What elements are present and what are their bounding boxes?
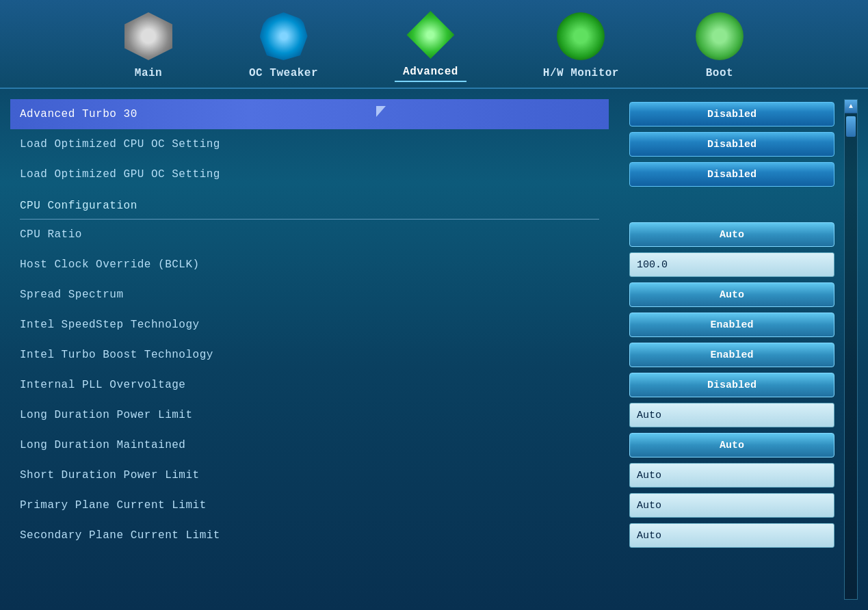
- value-row-short-power: Auto: [616, 460, 834, 490]
- value-btn-internal-pll[interactable]: Disabled: [629, 373, 834, 397]
- setting-name-cpu-config: CPU Configuration: [20, 200, 599, 212]
- setting-row-load-gpu[interactable]: Load Optimized GPU OC Setting: [10, 159, 609, 189]
- value-input-host-clock[interactable]: 100.0: [629, 252, 834, 277]
- hw-monitor-icon: [557, 12, 605, 60]
- setting-name-load-cpu: Load Optimized CPU OC Setting: [20, 138, 599, 150]
- value-btn-advanced-turbo-30[interactable]: Disabled: [629, 102, 834, 127]
- setting-name-internal-pll: Internal PLL Overvoltage: [20, 379, 599, 391]
- setting-name-load-gpu: Load Optimized GPU OC Setting: [20, 168, 599, 181]
- value-btn-spread-spectrum[interactable]: Auto: [629, 282, 834, 307]
- value-row-1: Disabled: [616, 129, 834, 159]
- value-row-host-clock: 100.0: [616, 250, 834, 280]
- setting-row-long-power[interactable]: Long Duration Power Limit: [10, 400, 609, 430]
- value-row-2: Disabled: [616, 159, 834, 189]
- value-btn-intel-turbo-boost[interactable]: Enabled: [629, 343, 834, 367]
- value-input-secondary-plane[interactable]: Auto: [629, 523, 834, 548]
- advanced-icon: [406, 11, 454, 59]
- oc-tweaker-icon: [260, 12, 308, 60]
- setting-name-primary-plane: Primary Plane Current Limit: [20, 499, 599, 512]
- value-row-cpu-ratio: Auto: [616, 220, 834, 250]
- value-btn-load-cpu[interactable]: Disabled: [629, 132, 834, 157]
- setting-row-cpu-config: CPU Configuration: [10, 189, 609, 220]
- value-row-intel-turbo-boost: Enabled: [616, 340, 834, 370]
- value-row-0: Disabled: [616, 99, 834, 129]
- setting-name-advanced-turbo-30: Advanced Turbo 30: [20, 108, 599, 120]
- setting-row-long-maintained[interactable]: Long Duration Maintained: [10, 430, 609, 460]
- setting-row-intel-turbo-boost[interactable]: Intel Turbo Boost Technology: [10, 340, 609, 370]
- setting-name-secondary-plane: Secondary Plane Current Limit: [20, 529, 599, 542]
- value-row-secondary-plane: Auto: [616, 520, 834, 551]
- value-row-long-maintained: Auto: [616, 430, 834, 460]
- top-navigation: Main OC Tweaker Advanced H/W Monitor Boo…: [0, 0, 868, 89]
- value-btn-load-gpu[interactable]: Disabled: [629, 162, 834, 187]
- value-input-long-power[interactable]: Auto: [629, 403, 834, 427]
- setting-row-secondary-plane[interactable]: Secondary Plane Current Limit: [10, 520, 609, 551]
- nav-item-oc-tweaker[interactable]: OC Tweaker: [227, 7, 340, 88]
- setting-row-host-clock[interactable]: Host Clock Override (BCLK): [10, 250, 609, 280]
- setting-row-short-power[interactable]: Short Duration Power Limit: [10, 460, 609, 490]
- value-btn-intel-speedstep[interactable]: Enabled: [629, 313, 834, 337]
- scrollbar-thumb[interactable]: [846, 116, 856, 137]
- value-btn-long-maintained[interactable]: Auto: [629, 433, 834, 458]
- setting-name-short-power: Short Duration Power Limit: [20, 469, 599, 481]
- value-btn-cpu-ratio[interactable]: Auto: [629, 222, 834, 247]
- nav-label-hw-monitor: H/W Monitor: [535, 64, 627, 82]
- scrollbar-up-button[interactable]: ▲: [845, 100, 857, 114]
- setting-row-intel-speedstep[interactable]: Intel SpeedStep Technology: [10, 310, 609, 340]
- setting-name-cpu-ratio: CPU Ratio: [20, 228, 599, 241]
- value-input-primary-plane[interactable]: Auto: [629, 493, 834, 518]
- main-icon: [124, 12, 172, 60]
- nav-item-advanced[interactable]: Advanced: [381, 5, 480, 88]
- setting-row-load-cpu[interactable]: Load Optimized CPU OC Setting: [10, 129, 609, 159]
- boot-icon: [696, 12, 744, 60]
- value-row-primary-plane: Auto: [616, 490, 834, 520]
- nav-label-advanced: Advanced: [395, 63, 466, 82]
- nav-item-hw-monitor[interactable]: H/W Monitor: [521, 7, 641, 88]
- setting-name-spread-spectrum: Spread Spectrum: [20, 289, 599, 301]
- value-row-internal-pll: Disabled: [616, 370, 834, 400]
- setting-row-cpu-ratio[interactable]: CPU Ratio: [10, 220, 609, 250]
- setting-name-long-power: Long Duration Power Limit: [20, 409, 599, 421]
- nav-label-boot: Boot: [698, 64, 741, 82]
- setting-row-advanced-turbo-30[interactable]: Advanced Turbo 30: [10, 99, 609, 129]
- setting-name-long-maintained: Long Duration Maintained: [20, 439, 599, 451]
- scrollbar: ▲: [844, 99, 858, 600]
- setting-row-internal-pll[interactable]: Internal PLL Overvoltage: [10, 370, 609, 400]
- setting-name-intel-speedstep: Intel SpeedStep Technology: [20, 319, 599, 331]
- value-input-short-power[interactable]: Auto: [629, 463, 834, 488]
- nav-item-boot[interactable]: Boot: [682, 7, 757, 88]
- value-row-long-power: Auto: [616, 400, 834, 430]
- value-row-intel-speedstep: Enabled: [616, 310, 834, 340]
- nav-label-main: Main: [127, 64, 170, 82]
- setting-row-spread-spectrum[interactable]: Spread Spectrum: [10, 280, 609, 310]
- main-content: Advanced Turbo 30 Load Optimized CPU OC …: [0, 89, 868, 610]
- nav-label-oc-tweaker: OC Tweaker: [241, 64, 326, 82]
- nav-item-main[interactable]: Main: [111, 7, 186, 88]
- setting-name-intel-turbo-boost: Intel Turbo Boost Technology: [20, 349, 599, 361]
- settings-panel: Advanced Turbo 30 Load Optimized CPU OC …: [10, 99, 609, 600]
- setting-row-primary-plane[interactable]: Primary Plane Current Limit: [10, 490, 609, 520]
- value-row-section-spacer: [616, 189, 834, 220]
- value-row-spread-spectrum: Auto: [616, 280, 834, 310]
- setting-name-host-clock: Host Clock Override (BCLK): [20, 258, 599, 271]
- values-panel: Disabled Disabled Disabled Auto 100.0 Au…: [616, 99, 834, 600]
